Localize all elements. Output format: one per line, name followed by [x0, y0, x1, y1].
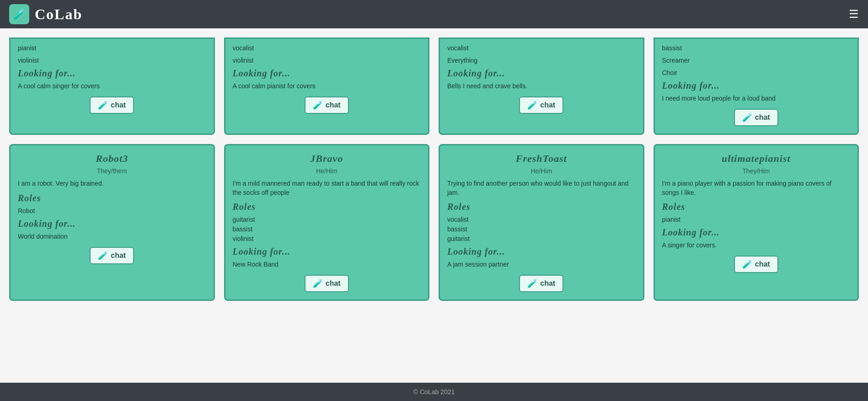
- card-top-2: vocalist violinist Looking for... A cool…: [224, 37, 430, 135]
- looking-for-label-t2: Looking for...: [233, 68, 421, 79]
- role-choir-t4: Choir: [662, 68, 851, 78]
- roles-jbravo: guitarist bassist violinist: [233, 215, 421, 244]
- role-bassist-jbravo: bassist: [233, 225, 421, 234]
- role-violinist: violinist: [18, 56, 206, 65]
- card-top-4: bassist Screamer Choir Looking for... I …: [654, 37, 859, 135]
- role-everything-t3: Everything: [447, 56, 636, 65]
- chat-label-ultimatepianist: chat: [755, 260, 770, 268]
- chat-label-t4: chat: [755, 113, 770, 122]
- looking-for-label-jbravo: Looking for...: [233, 246, 421, 257]
- chat-label-jbravo: chat: [326, 279, 341, 288]
- chat-button-freshtoast[interactable]: 🧪 chat: [519, 275, 563, 292]
- logo-area: 🧪 CoLab: [9, 4, 82, 24]
- role-violinist-jbravo: violinist: [233, 234, 421, 244]
- looking-for-freshtoast: A jam session partner: [447, 260, 636, 269]
- footer-text: © CoLab 2021: [413, 388, 455, 396]
- chat-button-t2[interactable]: 🧪 chat: [305, 96, 349, 114]
- card-freshtoast: FreshToast He/Him Trying to find another…: [439, 144, 644, 301]
- looking-for-label-ultimatepianist: Looking for...: [662, 227, 851, 238]
- pronouns-freshtoast: He/Him: [447, 167, 636, 175]
- looking-for-t1: A cool calm singer for covers: [18, 81, 206, 91]
- chat-label-t2: chat: [326, 101, 341, 109]
- bio-freshtoast: Trying to find another person who would …: [447, 179, 636, 197]
- roles-label-freshtoast: Roles: [447, 202, 636, 212]
- main-cards-grid: Robot3 They/them I am a robot. Very big …: [9, 144, 859, 301]
- logo-icon: 🧪: [9, 4, 29, 24]
- username-jbravo: JBravo: [233, 153, 421, 165]
- role-guitarist-freshtoast: guitarist: [447, 234, 636, 244]
- app-title: CoLab: [35, 6, 82, 23]
- chat-label-freshtoast: chat: [540, 279, 555, 288]
- looking-for-t3: Bells I need and crave bells.: [447, 81, 636, 91]
- role-guitarist-jbravo: guitarist: [233, 215, 421, 225]
- chat-icon-t2: 🧪: [313, 100, 323, 110]
- looking-for-label-t4: Looking for...: [662, 80, 851, 91]
- roles-label-robot3: Roles: [18, 193, 206, 203]
- looking-for-label-robot3: Looking for...: [18, 219, 206, 229]
- pronouns-jbravo: He/Him: [233, 167, 421, 175]
- header: 🧪 CoLab ☰: [0, 0, 868, 28]
- role-bassist-t4: bassist: [662, 43, 851, 53]
- roles-label-jbravo: Roles: [233, 202, 421, 212]
- role-vocalist-t3: vocalist: [447, 43, 636, 53]
- chat-button-jbravo[interactable]: 🧪 chat: [305, 275, 349, 292]
- pronouns-ultimatepianist: They/Him: [662, 167, 851, 175]
- roles-freshtoast: vocalist bassist guitarist: [447, 215, 636, 244]
- card-top-1: pianist violinist Looking for... A cool …: [9, 37, 215, 135]
- top-cards-grid: pianist violinist Looking for... A cool …: [9, 37, 859, 135]
- chat-icon-robot3: 🧪: [98, 251, 108, 261]
- chat-icon-t1: 🧪: [98, 100, 108, 110]
- looking-for-label-t1: Looking for...: [18, 68, 206, 79]
- chat-button-t1[interactable]: 🧪 chat: [90, 96, 134, 114]
- username-ultimatepianist: ultimatepianist: [662, 153, 851, 165]
- bio-ultimatepianist: I'm a piano player with a passion for ma…: [662, 179, 851, 197]
- chat-label-t1: chat: [111, 101, 126, 109]
- chat-label-t3: chat: [540, 101, 555, 109]
- role-bassist-freshtoast: bassist: [447, 225, 636, 234]
- card-jbravo: JBravo He/Him I'm a mild mannered man re…: [224, 144, 430, 301]
- role-vocalist-t2: vocalist: [233, 43, 421, 53]
- username-freshtoast: FreshToast: [447, 153, 636, 165]
- chat-button-robot3[interactable]: 🧪 chat: [90, 247, 134, 264]
- roles-label-ultimatepianist: Roles: [662, 202, 851, 212]
- menu-button[interactable]: ☰: [849, 8, 859, 21]
- looking-for-label-t3: Looking for...: [447, 68, 636, 79]
- footer: © CoLab 2021: [0, 383, 868, 401]
- chat-button-t3[interactable]: 🧪 chat: [519, 96, 563, 114]
- chat-button-t4[interactable]: 🧪 chat: [734, 109, 778, 126]
- looking-for-jbravo: New Rock Band: [233, 260, 421, 269]
- chat-icon-t3: 🧪: [527, 100, 537, 110]
- bio-robot3: I am a robot. Very big brained.: [18, 179, 206, 188]
- username-robot3: Robot3: [18, 153, 206, 165]
- chat-icon-freshtoast: 🧪: [527, 278, 537, 289]
- card-robot3: Robot3 They/them I am a robot. Very big …: [9, 144, 215, 301]
- looking-for-label-freshtoast: Looking for...: [447, 246, 636, 257]
- role-pianist-ultimatepianist: pianist: [662, 215, 851, 225]
- role-violinist-t2: violinist: [233, 56, 421, 65]
- bio-jbravo: I'm a mild mannered man ready to start a…: [233, 179, 421, 197]
- card-top-3: vocalist Everything Looking for... Bells…: [439, 37, 644, 135]
- role-screamer-t4: Screamer: [662, 56, 851, 65]
- pronouns-robot3: They/them: [18, 167, 206, 175]
- main-content: pianist violinist Looking for... A cool …: [0, 28, 868, 383]
- card-ultimatepianist: ultimatepianist They/Him I'm a piano pla…: [654, 144, 859, 301]
- looking-for-t4: I need more loud people for a loud band: [662, 94, 851, 103]
- looking-for-t2: A cool calm pianist for covers: [233, 81, 421, 91]
- chat-label-robot3: chat: [111, 251, 126, 260]
- chat-icon-t4: 🧪: [742, 112, 752, 123]
- looking-for-ultimatepianist: A singer for covers.: [662, 241, 851, 250]
- chat-icon-jbravo: 🧪: [313, 278, 323, 289]
- role-robot: Robot: [18, 206, 206, 216]
- chat-icon-ultimatepianist: 🧪: [742, 259, 752, 269]
- chat-button-ultimatepianist[interactable]: 🧪 chat: [734, 256, 778, 273]
- role-vocalist-freshtoast: vocalist: [447, 215, 636, 225]
- role-pianist: pianist: [18, 43, 206, 53]
- looking-for-robot3: World domination: [18, 232, 206, 241]
